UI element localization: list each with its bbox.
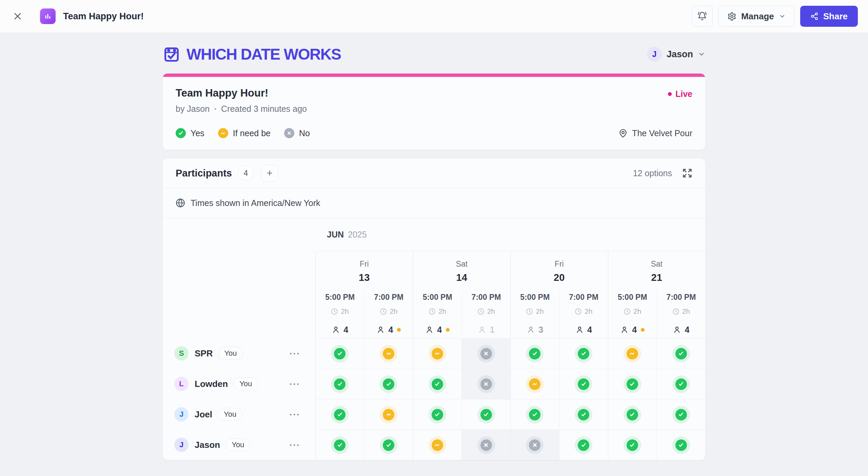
- close-icon[interactable]: [10, 9, 25, 24]
- vote-cell[interactable]: [315, 430, 364, 460]
- vote-cell[interactable]: [608, 369, 657, 399]
- share-button[interactable]: Share: [800, 6, 858, 27]
- vote-cell[interactable]: [608, 399, 657, 430]
- vote-cell[interactable]: [656, 430, 705, 460]
- time-slot-header[interactable]: 5:00 PM2h4: [316, 290, 364, 338]
- vote-cell[interactable]: [559, 338, 608, 369]
- attendee-count-number: 4: [437, 325, 442, 335]
- you-badge: You: [218, 408, 242, 421]
- vote-cell[interactable]: [364, 430, 413, 460]
- timezone-note-text: Times shown in America/New York: [191, 198, 320, 208]
- day-group-fri-20: Fri205:00 PM2h37:00 PM2h4: [510, 251, 608, 338]
- you-badge: You: [233, 377, 258, 390]
- day-group-sat-14: Sat145:00 PM2h47:00 PM2h1: [413, 251, 511, 338]
- time-slot-header[interactable]: 5:00 PM2h4: [608, 290, 657, 338]
- timezone-note: Times shown in America/New York: [163, 188, 705, 218]
- vote-yes-icon: [334, 378, 346, 390]
- vote-cell[interactable]: [510, 338, 559, 369]
- vote-if-need-be-icon: [432, 348, 443, 359]
- vote-cell[interactable]: [559, 399, 608, 430]
- expand-icon: [682, 168, 692, 178]
- duration-label: 2h: [624, 307, 641, 315]
- row-menu-button[interactable]: ●●●: [290, 382, 300, 386]
- day-date-label: 21: [608, 272, 706, 283]
- duration-label: 2h: [526, 307, 544, 315]
- vote-cell[interactable]: [315, 369, 364, 399]
- vote-cell[interactable]: [559, 430, 608, 460]
- clock-icon: [380, 308, 387, 315]
- row-menu-button[interactable]: ●●●: [290, 351, 300, 355]
- time-label: 5:00 PM: [325, 293, 355, 302]
- expand-button[interactable]: [682, 168, 692, 178]
- brand-row: WHICH DATE WORKS J Jason: [163, 42, 705, 66]
- vote-cell[interactable]: [461, 338, 510, 369]
- vote-if-need-be-icon: [627, 348, 638, 359]
- vote-yes-icon: [432, 378, 443, 390]
- duration-label: 2h: [331, 307, 349, 315]
- vote-yes-icon: [627, 378, 638, 390]
- vote-yes-icon: [627, 409, 638, 420]
- time-slot-header[interactable]: 7:00 PM2h1: [462, 290, 510, 338]
- time-slot-header[interactable]: 5:00 PM2h3: [511, 290, 559, 338]
- time-slot-header[interactable]: 5:00 PM2h4: [413, 290, 462, 338]
- vote-cell[interactable]: [364, 399, 413, 430]
- row-menu-button[interactable]: ●●●: [290, 443, 300, 447]
- vote-cell[interactable]: [413, 369, 462, 399]
- day-date-label: 13: [316, 272, 413, 283]
- user-name: Jason: [667, 49, 693, 60]
- vote-cell[interactable]: [461, 430, 510, 460]
- person-icon: [620, 326, 629, 334]
- vote-cell[interactable]: [364, 338, 413, 369]
- vote-cell[interactable]: [413, 430, 462, 460]
- vote-cell[interactable]: [510, 369, 559, 399]
- location-name: The Velvet Pour: [632, 128, 692, 138]
- vote-yes-icon: [578, 409, 589, 420]
- duration-label: 2h: [429, 307, 446, 315]
- no-x-icon: [284, 128, 294, 138]
- live-badge: Live: [668, 89, 692, 99]
- header-row-spacer: [163, 251, 315, 338]
- vote-cell[interactable]: [413, 338, 462, 369]
- vote-cell[interactable]: [656, 369, 705, 399]
- participant-avatar: J: [174, 438, 189, 452]
- vote-if-need-be-icon: [432, 439, 443, 451]
- vote-if-need-be-icon: [529, 378, 540, 390]
- time-label: 7:00 PM: [569, 293, 598, 302]
- vote-cell[interactable]: [656, 338, 705, 369]
- legend-item-no: No: [284, 128, 310, 138]
- live-label: Live: [675, 89, 692, 99]
- legend-item-yes: Yes: [176, 128, 204, 138]
- map-pin-icon: [618, 129, 628, 138]
- attendee-count: 4: [673, 325, 689, 335]
- vote-cell[interactable]: [461, 399, 510, 430]
- vote-yes-icon: [334, 348, 346, 359]
- vote-cell[interactable]: [461, 369, 510, 399]
- vote-cell[interactable]: [364, 369, 413, 399]
- vote-cell[interactable]: [559, 369, 608, 399]
- topbar: Team Happy Hour! Manage Share: [0, 0, 868, 33]
- vote-cell[interactable]: [510, 399, 559, 430]
- notifications-bell-button[interactable]: [692, 6, 713, 27]
- vote-yes-icon: [529, 409, 540, 420]
- you-badge: You: [225, 438, 250, 451]
- vote-cell[interactable]: [315, 338, 364, 369]
- time-slot-header[interactable]: 7:00 PM2h4: [657, 290, 705, 338]
- vote-cell[interactable]: [608, 430, 657, 460]
- user-menu[interactable]: J Jason: [647, 47, 705, 62]
- vote-cell[interactable]: [510, 430, 559, 460]
- participants-card: Participants 4 + 12 options Times shown …: [163, 159, 705, 460]
- time-slot-header[interactable]: 7:00 PM2h4: [364, 290, 413, 338]
- row-menu-button[interactable]: ●●●: [290, 412, 300, 416]
- attendee-count-number: 4: [587, 325, 592, 335]
- manage-button[interactable]: Manage: [718, 6, 795, 27]
- vote-cell[interactable]: [608, 338, 657, 369]
- vote-cell[interactable]: [413, 399, 462, 430]
- window-title: Team Happy Hour!: [63, 11, 144, 22]
- clock-icon: [672, 308, 679, 315]
- time-slot-header[interactable]: 7:00 PM2h4: [559, 290, 608, 338]
- vote-cell[interactable]: [656, 399, 705, 430]
- chevron-down-icon: [698, 50, 705, 58]
- add-participant-button[interactable]: +: [261, 165, 278, 182]
- if-need-be-dot-icon: [397, 328, 401, 332]
- vote-cell[interactable]: [315, 399, 364, 430]
